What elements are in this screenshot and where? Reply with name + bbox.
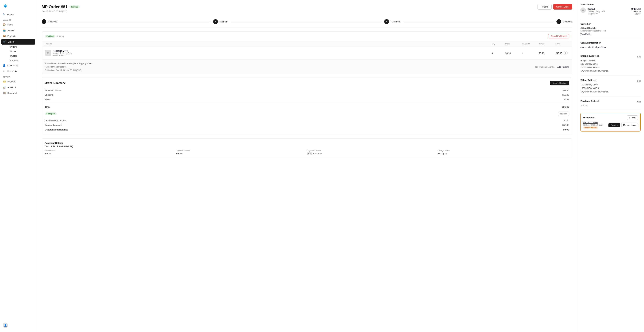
sidebar-item-products[interactable]: 📦 Products — [0, 33, 37, 39]
review-section-label: Review — [0, 74, 37, 79]
fulfilled-from: Fulfilled from: Starbucks Marketplace Sh… — [45, 62, 92, 65]
tracking-row: Fulfilled from: Starbucks Marketplace Sh… — [42, 60, 572, 74]
sidebar-item-orders[interactable]: 🛒 Orders — [1, 39, 36, 44]
manage-section-label: Manage — [0, 17, 37, 22]
refund-button[interactable]: Refund — [558, 112, 569, 116]
po-add-link[interactable]: Add — [637, 101, 641, 103]
sidebar-sub-drafts[interactable]: Drafts — [8, 49, 37, 54]
col-total: Total — [556, 42, 569, 45]
charge-status-col: Charge Status Fully paid — [438, 150, 569, 155]
subtotal-value: $39.96 — [562, 89, 569, 92]
finalize-button[interactable]: Finalize — [608, 123, 620, 127]
analytics-icon: 📊 — [3, 86, 6, 89]
page-header: MP Order #81 Fulfilled Returns Cancel Or… — [42, 4, 572, 9]
subtotal-label: Subtotal 4 items — [45, 89, 61, 92]
needs-review-badge: Needs Review — [583, 126, 598, 129]
charge-status-label: Charge Status — [438, 150, 569, 152]
total-value: $56.45 — [562, 106, 569, 108]
sidebar-item-payouts[interactable]: 💳 Payouts — [0, 79, 37, 84]
search-icon: 🔍 — [3, 13, 5, 16]
page-subtitle: Dec 13, 2024 5:05 PM (EST) — [42, 10, 572, 12]
journal-entries-button[interactable]: Journal Entries — [550, 81, 569, 85]
orders-sub-menu: Orders Drafts Quotes Returns — [0, 44, 37, 63]
billing-street: 100 Brimley Drive — [580, 83, 641, 87]
returns-button[interactable]: Returns — [538, 4, 552, 9]
sidebar-item-sellers[interactable]: 🏪 Sellers — [0, 27, 37, 33]
seller-amounts: Order #83 $45.15 $33.97 — [631, 7, 641, 15]
customer-name: Abigail Daniels — [580, 27, 641, 29]
step-payment-circle: ✓ — [213, 19, 218, 24]
billing-country: NY, United States of America — [580, 90, 641, 94]
contact-title: Contact Information — [580, 41, 641, 44]
total-amount-label: Total Amount — [45, 150, 176, 152]
customers-icon: 👤 — [3, 64, 6, 67]
sellers-icon: 🏪 — [3, 29, 6, 32]
sidebar-item-analytics[interactable]: 📊 Analytics — [0, 84, 37, 90]
seller-orders-title: Seller Orders — [580, 3, 641, 6]
outstanding-row: Outstanding Balance $0.00 — [45, 127, 569, 132]
table-row: RB Redbull® Zero Variant: Redbull-Zero S… — [42, 47, 572, 60]
product-qty: 4 — [492, 52, 505, 54]
invoice-link[interactable]: INV-241213-005 — [583, 122, 603, 124]
seller-order-link[interactable]: Order #83 — [631, 8, 641, 10]
billing-edit-link[interactable]: Edit — [637, 80, 641, 82]
po-value: Not set — [580, 104, 641, 107]
avatar: 👤 — [3, 323, 8, 328]
user-avatar-area[interactable]: 👤 — [0, 321, 37, 330]
captured-amount-label: Captured Amount — [176, 150, 307, 152]
search-button[interactable]: 🔍 Search — [0, 12, 37, 17]
fulfillment-header: Fulfilled 4 items Cancel Fulfillment — [42, 32, 572, 41]
sidebar-sub-quotes[interactable]: Quotes — [8, 54, 37, 58]
more-actions-button[interactable]: More actions ▾ — [621, 123, 638, 127]
add-note-button[interactable]: + — [564, 51, 568, 55]
captured-row: Captured amount $56.45 — [45, 123, 569, 127]
home-icon: 🏠 — [3, 23, 6, 26]
items-count: 4 items — [57, 35, 64, 37]
shipping-section: Shipping Address Edit Abigail Daniels 10… — [580, 55, 641, 76]
create-document-button[interactable]: Create — [627, 115, 638, 120]
shipping-label: Shipping — [45, 94, 53, 96]
step-fulfillment-label: Fulfillment — [390, 20, 400, 23]
seller-name-link[interactable]: Redbull — [588, 8, 596, 10]
view-profile-link[interactable]: View Profile — [580, 33, 591, 35]
cancel-fulfillment-button[interactable]: Cancel Fulfillment — [548, 34, 569, 38]
col-product: Product — [45, 42, 492, 45]
col-qty: Qty — [492, 42, 505, 45]
sidebar-item-home[interactable]: 🏠 Home — [0, 22, 37, 27]
order-panel: MP Order #81 Fulfilled Returns Cancel Or… — [37, 0, 577, 332]
po-title: Purchase Order # — [580, 100, 598, 102]
contact-section: Contact Information aoachomdaniels@gmail… — [580, 41, 641, 51]
document-item: INV-241213-005 Invoice • Dec 13, 2024 Ne… — [583, 122, 638, 129]
sidebar-item-storefront[interactable]: 🏬 Storefront — [0, 90, 37, 96]
products-icon: 📦 — [3, 34, 6, 37]
documents-section: Documents Create INV-241213-005 Invoice … — [580, 113, 641, 132]
contact-email-link[interactable]: aoachomdaniels@gmail.com — [580, 46, 606, 48]
sidebar-section-review: Review 💳 Payouts 📊 Analytics 🏬 Storefron… — [0, 74, 37, 96]
seller-orders-section: Seller Orders R Redbull Fulfilled | Full… — [580, 3, 641, 19]
shipping-row: Shipping $10.00 — [45, 93, 569, 97]
sidebar-item-customers[interactable]: 👤 Customers — [0, 63, 37, 68]
right-panel: Seller Orders R Redbull Fulfilled | Full… — [577, 0, 644, 332]
add-tracking-button[interactable]: Add Tracking — [557, 66, 569, 68]
preauth-label: Preauthorized amount — [45, 119, 66, 122]
shipping-edit-link[interactable]: Edit — [637, 56, 641, 58]
sidebar-sub-returns[interactable]: Returns — [8, 58, 37, 63]
page-title: MP Order #81 — [42, 4, 68, 9]
product-name-link[interactable]: Redbull® Zero — [53, 50, 68, 52]
preauth-value: $0.00 — [564, 119, 569, 122]
cancel-order-button[interactable]: Cancel Order — [553, 4, 572, 9]
sidebar-item-discounts[interactable]: 🏷 Discounts — [0, 68, 37, 74]
sidebar-sub-orders[interactable]: Orders — [8, 44, 37, 49]
shipping-header: Shipping Address Edit — [580, 55, 641, 59]
customer-title: Customer — [580, 23, 641, 25]
product-discount: - — [522, 52, 539, 54]
fulfillment-section: Fulfilled 4 items Cancel Fulfillment Pro… — [42, 31, 572, 74]
captured-amount-col: Captured Amount $56.45 — [176, 150, 307, 155]
fully-paid-badge: Fully paid — [45, 112, 57, 115]
payment-method-value: wire Alternate — [307, 152, 438, 155]
chevron-down-icon: ▾ — [635, 124, 636, 126]
outstanding-label: Outstanding Balance — [45, 128, 68, 131]
step-fulfillment-circle: ✓ — [384, 19, 389, 24]
summary-title: Order Summary — [45, 82, 65, 85]
step-payment-label: Payment — [220, 20, 228, 23]
